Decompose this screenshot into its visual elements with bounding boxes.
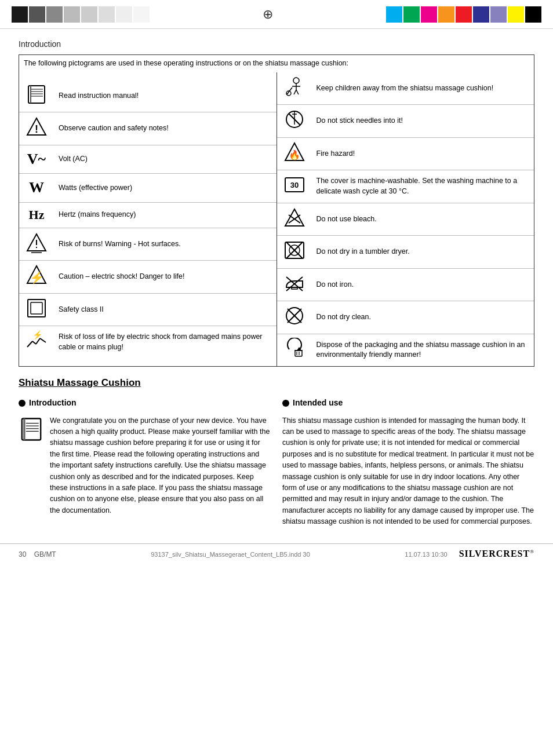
icon-cell-burn [19,228,54,261]
intro-heading-text: Introduction [29,397,77,410]
color-swatch [525,6,541,23]
wash-30-icon: 30 [283,174,305,196]
caution-icon: ! [26,116,48,138]
right-half-table: Keep children away from the shiatsu mass… [277,72,534,367]
left-column: Read instruction manual! ! [19,72,277,367]
brand-logo: SILVERCREST® [459,549,534,559]
table-row: Keep children away from the shiatsu mass… [277,72,534,105]
svg-rect-44 [292,287,297,289]
svg-text:⚡: ⚡ [30,271,44,284]
no-dry-clean-icon [283,305,305,327]
table-row: Do not stick needles into it! [277,105,534,138]
icon-cell-noneedles [277,105,312,138]
color-swatch [99,6,115,23]
svg-line-17 [27,341,32,347]
electric-shock-icon: ⚡ [26,264,48,286]
text-cell: Do not iron. [312,268,534,301]
color-swatch [133,6,150,23]
hz-icon: Hz [29,207,45,222]
text-cell: Read instruction manual! [54,80,276,112]
damaged-cable-icon: ⚡ [26,330,48,352]
volt-icon: V~ [27,151,46,167]
text-cell: Watts (effective power) [54,174,276,202]
brand-mark: ® [530,549,534,554]
color-swatch [421,6,437,23]
text-cell: Do not dry in a tumbler dryer. [312,236,534,269]
pictogram-table: The following pictograms are used in the… [19,54,534,367]
no-dryer-icon [283,239,305,261]
no-bleach-icon [283,207,305,229]
svg-marker-37 [285,209,304,226]
color-swatch [403,6,420,23]
page-number: 30 [19,550,26,558]
intro-book-icon [19,417,44,445]
table-row: Hz Hertz (mains frequency) [19,202,276,228]
svg-text:🔥: 🔥 [289,149,300,160]
icon-cell-noiron [277,268,312,301]
text-cell: Do not dry clean. [312,301,534,334]
right-column: Keep children away from the shiatsu mass… [276,72,534,367]
intro-text: We congratulate you on the purchase of y… [50,415,271,516]
watt-icon: W [29,179,44,196]
color-swatch [473,6,489,23]
text-cell: Keep children away from the shiatsu mass… [312,72,534,105]
footer-right-group: 11.07.13 10:30 SILVERCREST® [405,549,534,559]
table-row: Risk of burns! Warning - Hot surfaces. [19,228,276,261]
table-row: Do not iron. [277,268,534,301]
no-children-icon [283,76,305,98]
svg-line-18 [32,341,36,344]
intro-with-icon: We congratulate you on the purchase of y… [19,415,271,516]
icon-cell-nodryclean [277,301,312,334]
text-cell: Risk of loss of life by electric shock f… [54,326,276,359]
dispose-icon [283,338,305,360]
text-cell: The cover is machine-washable. Set the w… [312,170,534,203]
svg-line-24 [294,90,296,94]
top-bar: ⊕ [0,0,553,29]
color-swatch [386,6,402,23]
table-row: ⚡ Caution – electric shock! Danger to li… [19,261,276,294]
table-row: Do not use bleach. [277,203,534,236]
icon-cell-watt: W [19,174,54,202]
svg-rect-1 [30,86,31,103]
registration-mark: ⊕ [263,7,273,22]
main-title: Shiatsu Massage Cushion [19,377,534,389]
color-swatch [116,6,132,23]
svg-rect-51 [295,350,302,356]
no-iron-icon [283,272,305,294]
icon-cell-book [19,80,54,112]
table-row: Do not dry clean. [277,301,534,334]
icon-cell-dispose [277,334,312,366]
color-swatch [490,6,507,23]
svg-point-22 [293,78,299,83]
color-swatch [81,6,97,23]
table-header-row: The following pictograms are used in the… [19,55,534,72]
table-row: ! Observe caution and safety notes! [19,112,276,145]
text-cell: Do not use bleach. [312,203,534,236]
table-row: Safety class II [19,293,276,326]
color-blocks-right [386,6,541,23]
intended-use-bullet [282,400,289,407]
svg-text:!: ! [35,123,38,135]
intended-use-text: This shiatsu massage cushion is intended… [282,415,534,528]
table-header-text: The following pictograms are used in the… [19,55,534,72]
page-footer: 30 GB/MT 93137_silv_Shiatsu_Massegeraet_… [0,543,553,564]
brand-name: SILVERCREST [459,549,530,559]
icon-cell-caution: ! [19,112,54,145]
safety-class-icon [26,297,48,319]
color-swatch [46,6,63,23]
icon-cell-safetyclass [19,293,54,326]
footer-file-info: 93137_silv_Shiatsu_Massegeraet_Content_L… [151,551,310,558]
icon-cell-wash30: 30 [277,170,312,203]
icon-cell-children [277,72,312,105]
icon-cell-nobleach [277,203,312,236]
table-row: W Watts (effective power) [19,174,276,202]
table-row: V~ Volt (AC) [19,145,276,173]
intro-column: Introduction We congratulate you on the … [19,397,271,527]
section-heading: Introduction [19,39,534,49]
intended-use-heading-text: Intended use [293,397,343,410]
icon-cell-nodryer [277,236,312,269]
text-cell: Observe caution and safety notes! [54,112,276,145]
table-content-row: Read instruction manual! ! [19,72,534,367]
icon-cell-hz: Hz [19,202,54,228]
color-swatch [12,6,28,23]
